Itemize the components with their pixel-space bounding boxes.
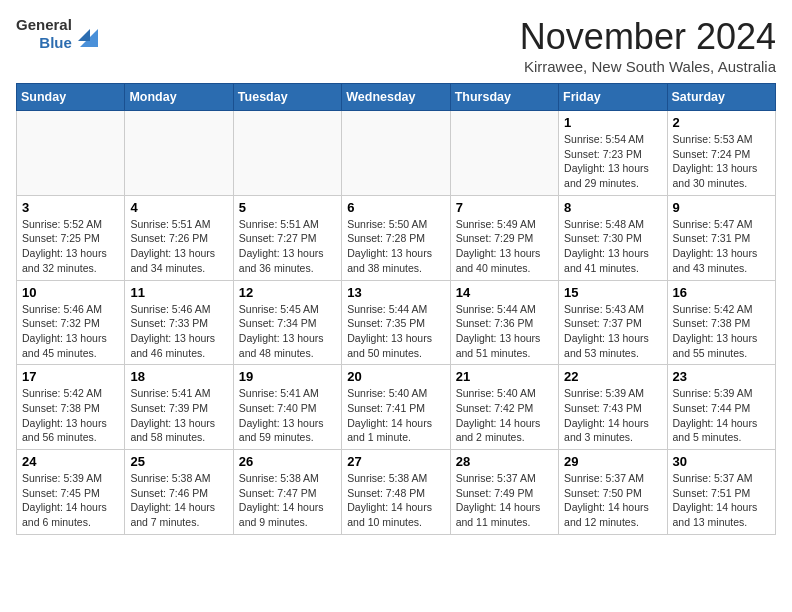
page-header: General Blue November 2024 Kirrawee, New…: [16, 16, 776, 75]
day-detail: Sunrise: 5:39 AM Sunset: 7:43 PM Dayligh…: [564, 386, 661, 445]
day-detail: Sunrise: 5:37 AM Sunset: 7:51 PM Dayligh…: [673, 471, 770, 530]
calendar-cell: 3Sunrise: 5:52 AM Sunset: 7:25 PM Daylig…: [17, 195, 125, 280]
day-number: 12: [239, 285, 336, 300]
day-number: 26: [239, 454, 336, 469]
calendar-cell: 8Sunrise: 5:48 AM Sunset: 7:30 PM Daylig…: [559, 195, 667, 280]
calendar-cell: 2Sunrise: 5:53 AM Sunset: 7:24 PM Daylig…: [667, 111, 775, 196]
day-number: 19: [239, 369, 336, 384]
day-detail: Sunrise: 5:40 AM Sunset: 7:42 PM Dayligh…: [456, 386, 553, 445]
day-detail: Sunrise: 5:46 AM Sunset: 7:32 PM Dayligh…: [22, 302, 119, 361]
logo-blue: Blue: [39, 34, 72, 51]
day-number: 17: [22, 369, 119, 384]
day-number: 20: [347, 369, 444, 384]
day-number: 7: [456, 200, 553, 215]
logo-general: General: [16, 16, 72, 33]
day-detail: Sunrise: 5:44 AM Sunset: 7:35 PM Dayligh…: [347, 302, 444, 361]
calendar-cell: 25Sunrise: 5:38 AM Sunset: 7:46 PM Dayli…: [125, 450, 233, 535]
day-number: 13: [347, 285, 444, 300]
day-detail: Sunrise: 5:37 AM Sunset: 7:50 PM Dayligh…: [564, 471, 661, 530]
day-detail: Sunrise: 5:51 AM Sunset: 7:27 PM Dayligh…: [239, 217, 336, 276]
calendar-week-1: 1Sunrise: 5:54 AM Sunset: 7:23 PM Daylig…: [17, 111, 776, 196]
day-number: 1: [564, 115, 661, 130]
calendar-cell: 13Sunrise: 5:44 AM Sunset: 7:35 PM Dayli…: [342, 280, 450, 365]
day-detail: Sunrise: 5:54 AM Sunset: 7:23 PM Dayligh…: [564, 132, 661, 191]
weekday-header-tuesday: Tuesday: [233, 84, 341, 111]
day-detail: Sunrise: 5:42 AM Sunset: 7:38 PM Dayligh…: [22, 386, 119, 445]
day-detail: Sunrise: 5:37 AM Sunset: 7:49 PM Dayligh…: [456, 471, 553, 530]
calendar-cell: 9Sunrise: 5:47 AM Sunset: 7:31 PM Daylig…: [667, 195, 775, 280]
calendar-cell: 10Sunrise: 5:46 AM Sunset: 7:32 PM Dayli…: [17, 280, 125, 365]
calendar-cell: 19Sunrise: 5:41 AM Sunset: 7:40 PM Dayli…: [233, 365, 341, 450]
weekday-header-saturday: Saturday: [667, 84, 775, 111]
day-detail: Sunrise: 5:51 AM Sunset: 7:26 PM Dayligh…: [130, 217, 227, 276]
day-number: 22: [564, 369, 661, 384]
calendar-week-5: 24Sunrise: 5:39 AM Sunset: 7:45 PM Dayli…: [17, 450, 776, 535]
calendar-cell: [233, 111, 341, 196]
day-number: 16: [673, 285, 770, 300]
day-number: 30: [673, 454, 770, 469]
title-section: November 2024 Kirrawee, New South Wales,…: [520, 16, 776, 75]
day-number: 29: [564, 454, 661, 469]
calendar-week-4: 17Sunrise: 5:42 AM Sunset: 7:38 PM Dayli…: [17, 365, 776, 450]
day-detail: Sunrise: 5:40 AM Sunset: 7:41 PM Dayligh…: [347, 386, 444, 445]
day-detail: Sunrise: 5:38 AM Sunset: 7:47 PM Dayligh…: [239, 471, 336, 530]
calendar-cell: 28Sunrise: 5:37 AM Sunset: 7:49 PM Dayli…: [450, 450, 558, 535]
day-detail: Sunrise: 5:45 AM Sunset: 7:34 PM Dayligh…: [239, 302, 336, 361]
day-number: 11: [130, 285, 227, 300]
calendar-cell: 16Sunrise: 5:42 AM Sunset: 7:38 PM Dayli…: [667, 280, 775, 365]
weekday-header-friday: Friday: [559, 84, 667, 111]
day-detail: Sunrise: 5:38 AM Sunset: 7:46 PM Dayligh…: [130, 471, 227, 530]
day-number: 27: [347, 454, 444, 469]
day-number: 5: [239, 200, 336, 215]
day-number: 15: [564, 285, 661, 300]
day-number: 8: [564, 200, 661, 215]
day-number: 18: [130, 369, 227, 384]
day-detail: Sunrise: 5:52 AM Sunset: 7:25 PM Dayligh…: [22, 217, 119, 276]
logo: General Blue: [16, 16, 98, 52]
day-detail: Sunrise: 5:41 AM Sunset: 7:39 PM Dayligh…: [130, 386, 227, 445]
day-number: 21: [456, 369, 553, 384]
calendar-cell: 6Sunrise: 5:50 AM Sunset: 7:28 PM Daylig…: [342, 195, 450, 280]
calendar-cell: [342, 111, 450, 196]
day-detail: Sunrise: 5:41 AM Sunset: 7:40 PM Dayligh…: [239, 386, 336, 445]
day-detail: Sunrise: 5:48 AM Sunset: 7:30 PM Dayligh…: [564, 217, 661, 276]
calendar-cell: 11Sunrise: 5:46 AM Sunset: 7:33 PM Dayli…: [125, 280, 233, 365]
calendar-cell: 30Sunrise: 5:37 AM Sunset: 7:51 PM Dayli…: [667, 450, 775, 535]
weekday-header-row: SundayMondayTuesdayWednesdayThursdayFrid…: [17, 84, 776, 111]
weekday-header-sunday: Sunday: [17, 84, 125, 111]
day-detail: Sunrise: 5:42 AM Sunset: 7:38 PM Dayligh…: [673, 302, 770, 361]
calendar-cell: 7Sunrise: 5:49 AM Sunset: 7:29 PM Daylig…: [450, 195, 558, 280]
calendar-cell: 17Sunrise: 5:42 AM Sunset: 7:38 PM Dayli…: [17, 365, 125, 450]
day-detail: Sunrise: 5:50 AM Sunset: 7:28 PM Dayligh…: [347, 217, 444, 276]
calendar-cell: [450, 111, 558, 196]
calendar-cell: 15Sunrise: 5:43 AM Sunset: 7:37 PM Dayli…: [559, 280, 667, 365]
location: Kirrawee, New South Wales, Australia: [520, 58, 776, 75]
calendar-table: SundayMondayTuesdayWednesdayThursdayFrid…: [16, 83, 776, 535]
calendar-cell: 14Sunrise: 5:44 AM Sunset: 7:36 PM Dayli…: [450, 280, 558, 365]
weekday-header-wednesday: Wednesday: [342, 84, 450, 111]
calendar-cell: [17, 111, 125, 196]
day-detail: Sunrise: 5:44 AM Sunset: 7:36 PM Dayligh…: [456, 302, 553, 361]
weekday-header-monday: Monday: [125, 84, 233, 111]
day-number: 23: [673, 369, 770, 384]
calendar-cell: 29Sunrise: 5:37 AM Sunset: 7:50 PM Dayli…: [559, 450, 667, 535]
day-number: 24: [22, 454, 119, 469]
day-detail: Sunrise: 5:39 AM Sunset: 7:44 PM Dayligh…: [673, 386, 770, 445]
day-number: 6: [347, 200, 444, 215]
calendar-week-2: 3Sunrise: 5:52 AM Sunset: 7:25 PM Daylig…: [17, 195, 776, 280]
calendar-cell: 21Sunrise: 5:40 AM Sunset: 7:42 PM Dayli…: [450, 365, 558, 450]
calendar-cell: 20Sunrise: 5:40 AM Sunset: 7:41 PM Dayli…: [342, 365, 450, 450]
day-detail: Sunrise: 5:43 AM Sunset: 7:37 PM Dayligh…: [564, 302, 661, 361]
calendar-week-3: 10Sunrise: 5:46 AM Sunset: 7:32 PM Dayli…: [17, 280, 776, 365]
day-detail: Sunrise: 5:39 AM Sunset: 7:45 PM Dayligh…: [22, 471, 119, 530]
logo-icon: [78, 21, 98, 47]
day-number: 28: [456, 454, 553, 469]
day-number: 9: [673, 200, 770, 215]
calendar-cell: 1Sunrise: 5:54 AM Sunset: 7:23 PM Daylig…: [559, 111, 667, 196]
calendar-cell: 26Sunrise: 5:38 AM Sunset: 7:47 PM Dayli…: [233, 450, 341, 535]
calendar-cell: 23Sunrise: 5:39 AM Sunset: 7:44 PM Dayli…: [667, 365, 775, 450]
day-detail: Sunrise: 5:47 AM Sunset: 7:31 PM Dayligh…: [673, 217, 770, 276]
month-title: November 2024: [520, 16, 776, 58]
day-number: 3: [22, 200, 119, 215]
calendar-cell: 24Sunrise: 5:39 AM Sunset: 7:45 PM Dayli…: [17, 450, 125, 535]
